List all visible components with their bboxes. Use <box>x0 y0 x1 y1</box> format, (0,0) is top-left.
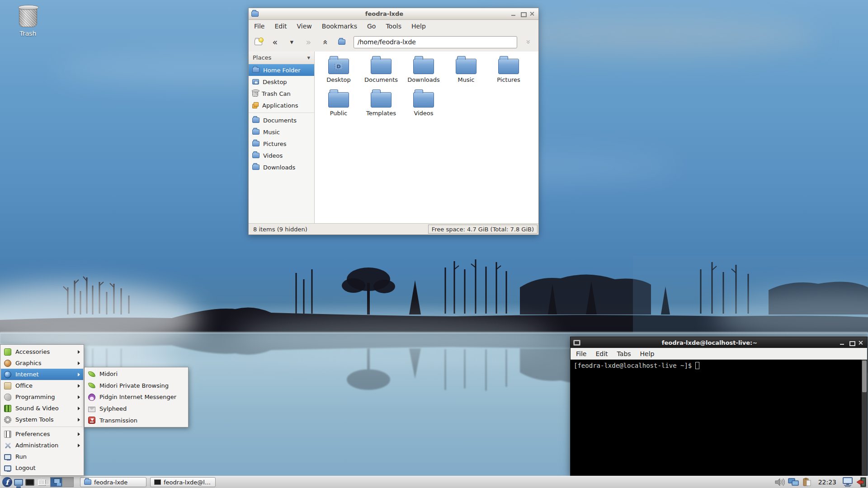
pager-desktop-2[interactable] <box>62 478 73 487</box>
folder-item-desktop[interactable]: D Desktop <box>317 55 360 89</box>
sidebar-item-trash-can[interactable]: Trash Can <box>249 88 314 99</box>
menu-item-programming[interactable]: Programming <box>1 391 83 403</box>
maximize-button[interactable] <box>848 340 855 346</box>
new-tab-button[interactable] <box>253 37 264 47</box>
menu-item-internet[interactable]: Internet <box>1 369 83 380</box>
folder-item-videos[interactable]: Videos <box>402 89 445 122</box>
up-button[interactable]: » <box>320 37 330 47</box>
task-button-file-manager[interactable]: feodra-lxde <box>80 477 146 487</box>
file-manager-launcher[interactable] <box>13 477 24 488</box>
fm-menu-help[interactable]: Help <box>411 23 426 30</box>
desktop-trash-icon[interactable]: Trash <box>14 6 42 37</box>
folder-item-pictures[interactable]: Pictures <box>487 55 530 89</box>
folder-icon <box>252 117 259 123</box>
fm-menu-bookmarks[interactable]: Bookmarks <box>322 23 357 30</box>
folder-label: Desktop <box>326 76 351 83</box>
places-header[interactable]: Places ▾ <box>249 52 314 64</box>
folder-item-documents[interactable]: Documents <box>360 55 402 89</box>
folder-label: Templates <box>366 110 396 117</box>
menu-item-system-tools[interactable]: System Tools <box>1 414 83 425</box>
submenu-item-pidgin[interactable]: Pidgin Internet Messenger <box>85 391 188 403</box>
task-button-terminal[interactable]: feodra-lxde@loc... <box>150 477 216 487</box>
submenu-item-midori-private[interactable]: Midori Private Browsing <box>85 380 188 392</box>
sidebar-item-label: Music <box>263 129 280 136</box>
terminal-launcher[interactable] <box>24 477 35 488</box>
network-tray-button[interactable] <box>788 477 799 488</box>
folder-item-public[interactable]: Public <box>317 89 360 122</box>
terminal-menu-edit[interactable]: Edit <box>595 350 608 357</box>
terminal-menu-tabs[interactable]: Tabs <box>617 350 631 357</box>
preferences-icon <box>4 431 11 438</box>
sidebar-item-home-folder[interactable]: Home Folder <box>249 64 314 76</box>
submenu-item-sylpheed[interactable]: Sylpheed <box>85 403 188 415</box>
menu-item-accessories[interactable]: Accessories <box>1 346 83 357</box>
folder-item-templates[interactable]: Templates <box>360 89 402 122</box>
fm-titlebar[interactable]: feodra-lxde <box>249 8 538 20</box>
home-button[interactable] <box>337 37 347 47</box>
task-button-label: feodra-lxde <box>94 479 127 486</box>
sidebar-item-music[interactable]: Music <box>249 126 314 138</box>
maximize-button[interactable] <box>519 11 526 17</box>
folder-icon <box>84 479 91 485</box>
desktop-pager[interactable] <box>50 477 74 487</box>
logout-tray-button[interactable] <box>855 477 867 488</box>
folder-item-downloads[interactable]: Downloads <box>402 55 445 89</box>
volume-tray-button[interactable] <box>774 477 786 488</box>
menu-item-graphics[interactable]: Graphics <box>1 357 83 369</box>
sidebar-item-pictures[interactable]: Pictures <box>249 138 314 150</box>
terminal-scrollbar[interactable] <box>862 360 867 475</box>
lock-screen-button[interactable] <box>842 477 853 488</box>
desktop-folder-icon <box>252 79 259 84</box>
fm-menu-edit[interactable]: Edit <box>274 23 287 30</box>
sidebar-item-documents[interactable]: Documents <box>249 114 314 126</box>
minimize-button[interactable] <box>510 11 517 17</box>
address-bar-input[interactable] <box>354 36 517 48</box>
forward-button[interactable]: » <box>303 37 314 47</box>
jump-button[interactable]: » <box>524 37 534 47</box>
sidebar-item-desktop[interactable]: Desktop <box>249 76 314 88</box>
fm-menu-go[interactable]: Go <box>367 23 376 30</box>
submenu-item-transmission[interactable]: Transmission <box>85 414 188 426</box>
fm-menu-file[interactable]: File <box>254 23 264 30</box>
terminal-titlebar[interactable]: feodra-lxde@localhost-live:~ <box>571 337 867 348</box>
close-button[interactable] <box>529 11 536 17</box>
terminal-icon <box>573 340 580 346</box>
menu-item-preferences[interactable]: Preferences <box>1 428 83 440</box>
graphics-icon <box>4 360 11 367</box>
history-dropdown-button[interactable]: ▾ <box>287 37 297 47</box>
sidebar-item-applications[interactable]: Applications <box>249 99 314 111</box>
folder-item-music[interactable]: Music <box>445 55 487 89</box>
terminal-menu-help[interactable]: Help <box>640 350 655 357</box>
chevron-down-icon: ▾ <box>290 39 294 46</box>
close-button[interactable] <box>858 340 864 346</box>
clipboard-tray-button[interactable] <box>802 477 813 488</box>
sidebar-item-label: Home Folder <box>263 67 301 74</box>
menu-item-run[interactable]: Run <box>1 451 83 462</box>
submenu-arrow-icon <box>78 444 80 447</box>
sidebar-item-downloads[interactable]: Downloads <box>249 161 314 173</box>
start-menu-button[interactable]: f <box>1 477 13 488</box>
pager-desktop-1[interactable] <box>51 478 62 487</box>
menu-item-office[interactable]: Office <box>1 380 83 391</box>
minimize-button[interactable] <box>839 340 845 346</box>
menu-item-label: Logout <box>15 465 80 471</box>
iconify-all-button[interactable] <box>35 477 47 488</box>
menu-item-administration[interactable]: Administration <box>1 440 83 451</box>
fm-menu-view[interactable]: View <box>297 23 312 30</box>
fog-patch <box>235 316 552 357</box>
sidebar-item-label: Downloads <box>263 164 295 171</box>
menu-item-sound-video[interactable]: Sound & Video <box>1 403 83 414</box>
scrollbar-thumb[interactable] <box>862 361 867 392</box>
menu-item-label: Accessories <box>15 348 74 355</box>
terminal-screen[interactable]: [feodra-lxde@localhost-live ~]$ <box>571 360 867 475</box>
sidebar-item-videos[interactable]: Videos <box>249 150 314 161</box>
terminal-menu-file[interactable]: File <box>576 350 586 357</box>
fm-menu-tools[interactable]: Tools <box>386 23 401 30</box>
submenu-item-label: Midori <box>99 371 184 377</box>
item-count-status: 8 items (9 hidden) <box>253 226 307 233</box>
fedora-logo-icon: f <box>2 477 12 487</box>
menu-item-logout[interactable]: Logout <box>1 462 83 474</box>
submenu-item-midori[interactable]: Midori <box>85 368 188 380</box>
back-button[interactable]: « <box>270 37 280 47</box>
trash-icon <box>252 90 258 97</box>
